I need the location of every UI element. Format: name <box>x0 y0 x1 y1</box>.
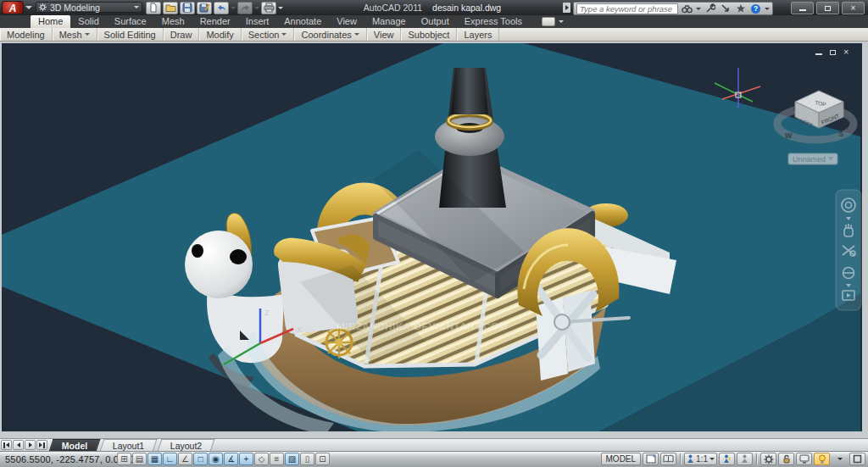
ribbon-tab-annotate[interactable]: Annotate <box>276 15 329 28</box>
workspace-selector[interactable]: 3D Modeling <box>36 2 142 13</box>
toggle-3d-object-snap[interactable]: ◉ <box>209 453 223 465</box>
first-tab-button[interactable] <box>1 440 12 450</box>
drawing-minimize-icon[interactable] <box>815 53 822 55</box>
quick-access-toolbar <box>146 1 283 14</box>
ribbon-tab-manage[interactable]: Manage <box>364 15 414 28</box>
save-button[interactable] <box>180 2 195 14</box>
new-file-button[interactable] <box>146 2 161 14</box>
coordinate-readout: 5506.5500, -225.4757, 0.0000 <box>5 454 135 464</box>
ribbon-tab-render[interactable]: Render <box>192 15 238 28</box>
toggle-selection-cycling[interactable]: ⊡ <box>315 453 330 465</box>
search-caret-icon[interactable] <box>696 8 701 10</box>
open-file-button[interactable] <box>163 2 178 14</box>
save-floppy-icon <box>182 3 192 13</box>
panel-solid-editing[interactable]: Solid Editing <box>97 28 164 41</box>
ribbon-tab-surface[interactable]: Surface <box>107 15 154 28</box>
divider <box>756 453 757 464</box>
panel-mesh[interactable]: Mesh <box>53 28 97 41</box>
annotation-scale-button[interactable]: 1:1 <box>684 453 717 465</box>
panel-modeling[interactable]: Modeling <box>0 28 53 41</box>
tab-model[interactable]: Model <box>49 439 101 452</box>
undo-button[interactable] <box>214 2 229 14</box>
panel-layers[interactable]: Layers <box>457 28 499 41</box>
previous-tab-button[interactable] <box>13 440 24 450</box>
close-button[interactable]: × <box>842 2 865 14</box>
ribbon-tab-home[interactable]: Home <box>31 15 70 28</box>
quick-view-drawings-button[interactable] <box>660 453 676 465</box>
status-menu-caret-icon <box>837 458 843 460</box>
navigation-bar[interactable] <box>836 190 861 310</box>
auto-annotate-button[interactable] <box>737 453 753 465</box>
restore-button[interactable] <box>816 2 839 14</box>
save-as-button[interactable] <box>197 2 212 14</box>
infocenter-expander-button[interactable] <box>563 3 570 13</box>
panel-section[interactable]: Section <box>242 28 295 41</box>
subscription-button[interactable] <box>704 3 716 14</box>
status-tray-button[interactable] <box>796 453 812 465</box>
toggle-object-snap[interactable]: □ <box>193 453 208 465</box>
help-caret-icon[interactable] <box>765 8 770 10</box>
model-space-canvas[interactable]: Z X MIRZANDHIKA.DEVIANTART.COM N E W S <box>2 43 862 431</box>
toggle-transparency[interactable]: ▨ <box>285 453 299 465</box>
toggle-dynamic-ucs[interactable]: + <box>239 453 253 465</box>
toggle-snap-mode[interactable]: ▤ <box>132 453 147 465</box>
ribbon-tab-mesh[interactable]: Mesh <box>154 15 192 28</box>
workspace-caret-icon <box>134 6 139 8</box>
toggle-grid-display[interactable]: ▦ <box>147 453 162 465</box>
app-title: AutoCAD 2011 <box>364 3 422 13</box>
plot-button[interactable] <box>261 2 276 14</box>
search-button[interactable] <box>681 3 693 14</box>
toolbar-lock-button[interactable] <box>778 453 794 465</box>
application-menu-caret-icon[interactable] <box>25 6 32 9</box>
tab-layout1[interactable]: Layout1 <box>100 439 158 452</box>
ribbon-tab-view[interactable]: View <box>329 15 364 28</box>
redo-button[interactable] <box>237 2 253 14</box>
communication-center-button[interactable] <box>719 3 732 14</box>
ribbon-state-icon[interactable] <box>542 17 555 26</box>
ribbon-minimize-caret-icon[interactable] <box>559 20 564 23</box>
smokestack-top <box>451 68 488 114</box>
qat-customize-caret-icon[interactable] <box>278 7 283 9</box>
tab-layout2[interactable]: Layout2 <box>157 439 214 452</box>
toggle-lineweight[interactable]: ≡ <box>270 453 284 465</box>
undo-caret-icon[interactable] <box>231 7 236 9</box>
search-input[interactable] <box>576 3 678 14</box>
favorites-button[interactable] <box>734 3 747 14</box>
application-menu-button[interactable]: A <box>2 1 24 14</box>
toggle-polar-tracking[interactable]: ∠ <box>178 453 192 465</box>
toggle-infer-constraints[interactable]: ⊞ <box>117 453 131 465</box>
panel-draw[interactable]: Draw <box>164 28 200 41</box>
ribbon-tab-output[interactable]: Output <box>414 15 457 28</box>
ribbon-tab-express-tools[interactable]: Express Tools <box>457 15 530 28</box>
help-button[interactable]: ? <box>749 3 762 14</box>
quick-view-layouts-button[interactable] <box>643 453 659 465</box>
named-view-control[interactable]: Unnamed <box>788 153 837 164</box>
drawing-restore-icon[interactable] <box>830 50 836 55</box>
ribbon-tab-solid[interactable]: Solid <box>70 15 106 28</box>
redo-caret-icon[interactable] <box>254 7 259 9</box>
next-tab-button[interactable] <box>25 440 36 450</box>
restore-icon <box>825 6 831 11</box>
close-icon: × <box>851 4 856 13</box>
flyout-caret-icon <box>354 33 359 36</box>
minimize-button[interactable] <box>791 2 814 14</box>
panel-modify[interactable]: Modify <box>199 28 241 41</box>
clean-screen-button[interactable] <box>849 453 865 465</box>
panel-subobject[interactable]: Subobject <box>401 28 457 41</box>
status-menu-button[interactable] <box>832 453 848 465</box>
toggle-ortho-mode[interactable]: ∟ <box>163 453 177 465</box>
drawing-window-controls: × <box>815 48 849 56</box>
toggle-object-snap-tracking[interactable]: ∡ <box>224 453 238 465</box>
ribbon-tab-insert[interactable]: Insert <box>238 15 277 28</box>
annotation-visibility-button[interactable] <box>719 453 735 465</box>
model-space-button[interactable]: MODEL <box>601 453 642 465</box>
performance-tuner-button[interactable] <box>814 453 830 465</box>
panel-coordinates[interactable]: Coordinates <box>294 28 366 41</box>
toggle-quick-properties[interactable]: ▯ <box>300 453 314 465</box>
workspace-switch-button[interactable] <box>760 453 776 465</box>
right-eye <box>230 249 247 264</box>
toggle-dynamic-input[interactable]: ◇ <box>254 453 269 465</box>
drawing-close-icon[interactable]: × <box>843 48 849 56</box>
panel-view[interactable]: View <box>367 28 402 41</box>
last-tab-button[interactable] <box>36 440 47 450</box>
